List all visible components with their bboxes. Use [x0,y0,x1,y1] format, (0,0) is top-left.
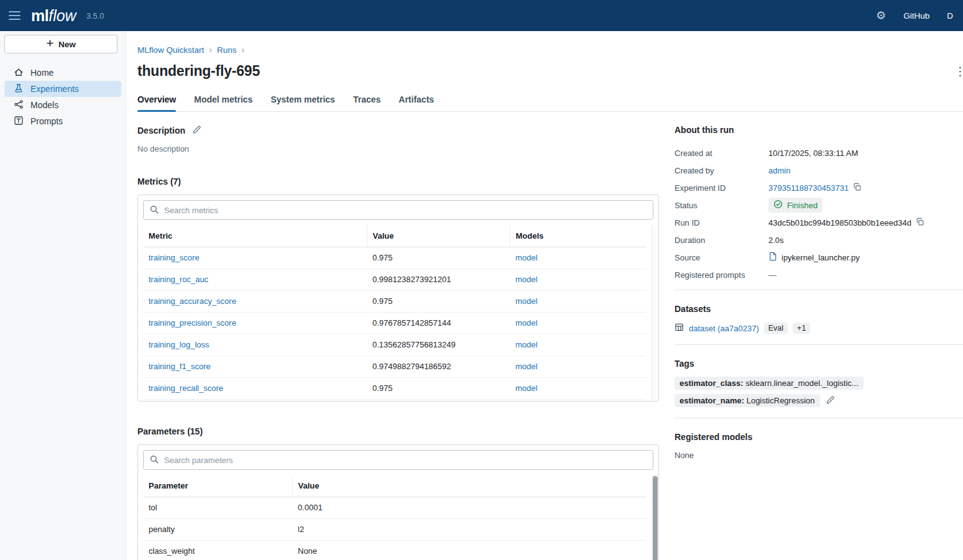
metric-link[interactable]: training_f1_score [149,362,211,371]
metric-link[interactable]: training_accuracy_score [149,296,236,306]
section-divider [675,290,963,290]
about-row-registered-prompts: Registered prompts — [675,266,963,283]
breadcrumb-link-runs[interactable]: Runs [217,45,237,55]
tab-system-metrics[interactable]: System metrics [270,94,335,111]
tab-model-metrics[interactable]: Model metrics [194,94,252,111]
tag-estimator-class: estimator_classsklearn.linear_model._log… [675,377,864,390]
table-row: training_precision_score 0.9767857142857… [143,313,646,334]
model-link[interactable]: model [515,383,537,393]
page-title: thundering-fly-695 [137,63,260,80]
new-button[interactable]: New [4,35,117,53]
home-icon [14,67,24,79]
tab-artifacts[interactable]: Artifacts [399,94,434,111]
metrics-search-box [143,200,653,220]
sidebar-item-label: Prompts [30,116,63,126]
parameter-name: penalty [143,519,292,541]
metric-value: 0.975 [367,378,510,400]
run-details-column: Description No description Metrics (7) [137,125,659,560]
edit-tags-button[interactable] [826,395,835,406]
parameter-value: 0.0001 [292,497,646,519]
model-link[interactable]: model [515,362,537,371]
mlflow-logo[interactable]: mlflow [31,7,76,25]
metrics-heading: Metrics (7) [137,177,659,186]
content-columns: Description No description Metrics (7) [137,125,963,560]
metric-link[interactable]: training_score [149,253,200,262]
table-row: tol 0.0001 [143,497,646,519]
parameter-name: tol [143,497,292,519]
model-link[interactable]: model [515,275,537,284]
tag-estimator-name: estimator_nameLogisticRegression [675,394,820,407]
registered-prompts-value: — [768,270,963,280]
datasets-heading: Datasets [675,304,963,314]
created-by-link[interactable]: admin [768,166,790,175]
docs-link[interactable]: D [947,11,953,21]
hamburger-menu-icon[interactable] [9,11,21,20]
table-row: class_weight None [143,541,646,560]
metric-link[interactable]: training_roc_auc [149,275,208,284]
sidebar-item-home[interactable]: Home [4,65,121,81]
metric-link[interactable]: training_recall_score [149,383,223,393]
about-rows: Created at 10/17/2025, 08:33:11 AM Creat… [675,144,963,283]
sidebar-item-label: Home [30,68,53,78]
sidebar-item-experiments[interactable]: Experiments [4,81,121,97]
field-label: Status [675,201,768,210]
metric-link[interactable]: training_precision_score [149,318,236,328]
tab-traces[interactable]: Traces [353,94,380,111]
model-link[interactable]: model [515,340,537,349]
column-header-metric: Metric [143,225,367,247]
metrics-card: Metric Value Models training_score 0.975… [137,195,659,402]
copy-run-id-button[interactable] [916,218,924,228]
status-badge: Finished [768,198,822,213]
tag-row: estimator_classsklearn.linear_model._log… [675,377,864,390]
metric-value: 0.975 [367,247,510,269]
registered-models-value: None [675,451,963,460]
github-link[interactable]: GitHub [903,11,929,21]
experiment-id-link[interactable]: 379351188730453731 [768,183,849,193]
sidebar-nav: Home Experiments Models Prompts [0,65,126,129]
metrics-header-row: Metric Value Models [143,225,646,247]
tab-overview[interactable]: Overview [137,94,176,111]
copy-icon [916,218,924,228]
scrollbar-thumb[interactable] [653,476,658,560]
model-link[interactable]: model [515,318,537,328]
run-id-value: 43dc5b01bc994b198503bb0b1eeed34d [768,218,911,227]
model-link[interactable]: model [515,296,537,306]
dataset-context-badge: Eval [764,323,788,334]
dataset-more-badge[interactable]: +1 [793,323,810,334]
dataset-table-icon [675,323,684,334]
edit-description-button[interactable] [192,125,201,136]
parameter-value: None [292,541,646,560]
copy-experiment-id-button[interactable] [853,183,862,193]
about-panel: About this run Created at 10/17/2025, 08… [675,125,963,560]
field-label: Source [675,253,768,262]
parameter-name: class_weight [143,541,292,560]
kebab-menu-icon[interactable]: ⋮ [954,65,963,77]
field-label: Registered prompts [675,270,768,280]
new-button-label: New [58,40,76,49]
sidebar: New Home Experiments Models [0,31,126,560]
settings-gear-icon[interactable]: ⚙ [876,10,886,21]
field-label: Experiment ID [675,183,768,193]
parameter-value: l2 [292,519,646,541]
sidebar-item-prompts[interactable]: Prompts [4,113,121,129]
metric-link[interactable]: training_log_loss [149,340,210,349]
title-row: thundering-fly-695 ⋮ [137,63,963,80]
parameters-search-input[interactable] [164,456,647,465]
table-row: training_log_loss 0.13562857756813249 mo… [143,334,646,356]
version-label: 3.5.0 [86,11,104,21]
metrics-search-input[interactable] [164,206,647,215]
about-row-run-id: Run ID 43dc5b01bc994b198503bb0b1eeed34d [675,214,963,231]
source-value: ipykernel_launcher.py [781,253,860,262]
field-label: Duration [675,236,768,245]
notebook-file-icon [768,252,777,263]
search-icon [150,205,159,216]
about-row-created-by: Created by admin [675,162,963,179]
sidebar-item-models[interactable]: Models [4,97,121,113]
column-header-models: Models [510,225,646,247]
metric-value: 0.9749882794186592 [367,356,510,378]
dataset-link[interactable]: dataset (aa7a0237) [689,324,759,333]
parameters-heading-label: Parameters (15) [137,426,203,436]
model-link[interactable]: model [515,253,537,262]
section-divider [675,344,963,345]
breadcrumb-link-quickstart[interactable]: MLflow Quickstart [137,45,204,55]
